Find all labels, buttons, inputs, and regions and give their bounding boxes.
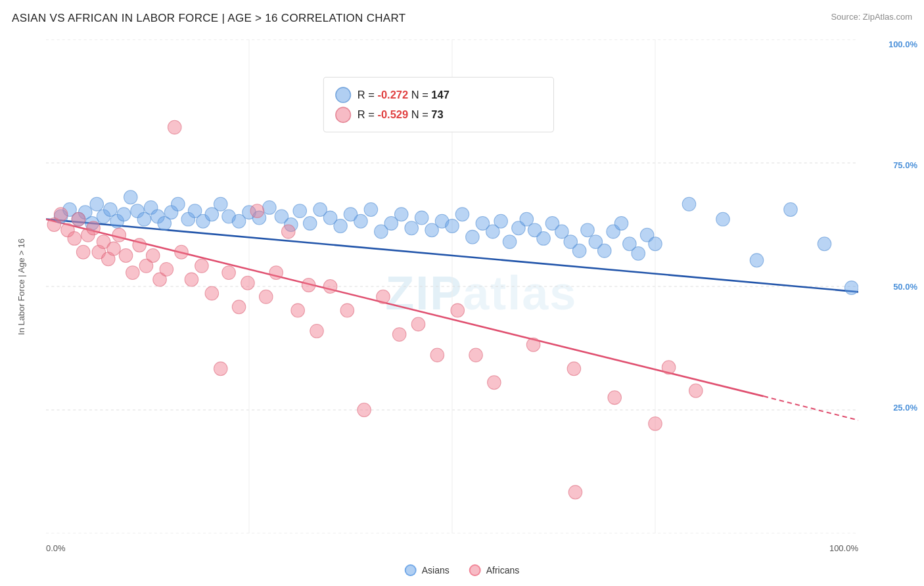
x-tick-0: 0.0% bbox=[46, 543, 66, 553]
svg-point-81 bbox=[716, 212, 730, 226]
svg-point-118 bbox=[281, 225, 295, 238]
svg-point-122 bbox=[323, 280, 337, 294]
svg-point-98 bbox=[112, 228, 126, 242]
svg-rect-139 bbox=[323, 77, 553, 132]
legend-dot-pink bbox=[469, 564, 481, 576]
svg-point-117 bbox=[269, 266, 283, 280]
svg-point-137 bbox=[568, 485, 582, 499]
svg-point-135 bbox=[649, 417, 662, 430]
legend: Asians Africans bbox=[405, 564, 520, 576]
svg-point-108 bbox=[185, 273, 198, 286]
svg-point-134 bbox=[608, 391, 622, 405]
svg-rect-140 bbox=[336, 87, 351, 102]
svg-point-116 bbox=[259, 290, 273, 304]
x-tick-labels: 0.0% 100.0% bbox=[46, 543, 858, 553]
svg-point-85 bbox=[844, 281, 858, 295]
svg-point-99 bbox=[119, 249, 133, 263]
svg-point-80 bbox=[682, 197, 696, 211]
legend-africans-label: Africans bbox=[486, 565, 520, 575]
svg-point-105 bbox=[160, 262, 173, 276]
svg-point-56 bbox=[446, 219, 459, 233]
svg-point-121 bbox=[310, 324, 324, 338]
svg-point-112 bbox=[222, 266, 236, 280]
x-tick-100: 100.0% bbox=[829, 543, 858, 553]
svg-point-71 bbox=[581, 223, 595, 237]
svg-point-100 bbox=[126, 266, 140, 280]
svg-point-136 bbox=[662, 361, 676, 374]
chart-svg: R = -0.272 N = 147 R = -0.529 N = 73 bbox=[46, 39, 858, 533]
svg-point-70 bbox=[572, 244, 586, 258]
svg-line-10 bbox=[764, 396, 858, 420]
svg-text:R = -0.529   N = 73: R = -0.529 N = 73 bbox=[358, 108, 444, 121]
svg-point-48 bbox=[364, 203, 378, 217]
svg-point-21 bbox=[124, 191, 137, 204]
y-tick-75: 75.0% bbox=[871, 160, 917, 170]
svg-point-130 bbox=[469, 348, 483, 362]
source-label: Source: ZipAtlas.com bbox=[831, 12, 912, 22]
svg-point-120 bbox=[302, 278, 315, 292]
svg-point-75 bbox=[614, 216, 628, 230]
svg-point-53 bbox=[415, 211, 428, 225]
svg-point-87 bbox=[54, 208, 68, 221]
svg-point-47 bbox=[354, 214, 368, 228]
svg-point-133 bbox=[567, 362, 581, 376]
y-tick-labels: 100.0% 75.0% 50.0% 25.0% 0% bbox=[871, 39, 917, 533]
svg-point-83 bbox=[784, 203, 798, 217]
svg-point-132 bbox=[526, 338, 540, 351]
svg-point-84 bbox=[818, 237, 831, 251]
svg-point-138 bbox=[689, 384, 703, 397]
svg-text:R = -0.272   N = 147: R = -0.272 N = 147 bbox=[358, 89, 450, 101]
legend-asians-label: Asians bbox=[422, 565, 450, 575]
y-tick-100: 100.0% bbox=[871, 39, 917, 49]
legend-asians: Asians bbox=[405, 564, 450, 576]
svg-point-125 bbox=[377, 290, 390, 304]
svg-point-41 bbox=[293, 204, 307, 218]
svg-point-103 bbox=[146, 249, 160, 263]
svg-point-110 bbox=[205, 286, 219, 300]
y-tick-25: 25.0% bbox=[871, 403, 917, 413]
y-tick-50: 50.0% bbox=[871, 282, 917, 292]
chart-container: ASIAN VS AFRICAN IN LABOR FORCE | AGE > … bbox=[0, 0, 924, 586]
svg-point-101 bbox=[133, 238, 147, 252]
svg-point-107 bbox=[175, 245, 189, 259]
svg-point-129 bbox=[451, 304, 465, 317]
svg-point-33 bbox=[214, 197, 227, 211]
svg-point-90 bbox=[72, 212, 85, 226]
svg-point-38 bbox=[263, 200, 277, 214]
svg-point-114 bbox=[241, 276, 255, 290]
svg-point-16 bbox=[90, 197, 104, 211]
svg-point-82 bbox=[750, 254, 764, 267]
svg-point-52 bbox=[405, 221, 419, 235]
svg-point-66 bbox=[537, 231, 551, 245]
svg-point-91 bbox=[76, 245, 90, 259]
legend-africans: Africans bbox=[469, 564, 520, 576]
svg-point-126 bbox=[392, 328, 406, 342]
svg-point-77 bbox=[632, 246, 645, 260]
svg-point-57 bbox=[455, 208, 469, 221]
svg-point-61 bbox=[494, 214, 508, 228]
svg-point-127 bbox=[411, 317, 425, 331]
svg-point-89 bbox=[68, 231, 81, 245]
svg-point-28 bbox=[172, 197, 185, 211]
svg-point-111 bbox=[214, 362, 227, 376]
svg-point-128 bbox=[430, 348, 444, 362]
svg-point-123 bbox=[340, 304, 354, 317]
svg-point-97 bbox=[107, 242, 121, 256]
svg-point-131 bbox=[488, 376, 501, 390]
svg-point-62 bbox=[503, 235, 517, 249]
y-axis-label-text: In Labor Force | Age > 16 bbox=[16, 238, 26, 335]
svg-point-115 bbox=[250, 204, 264, 218]
y-axis-label: In Labor Force | Age > 16 bbox=[0, 39, 43, 533]
svg-point-20 bbox=[117, 208, 131, 221]
svg-point-113 bbox=[232, 300, 246, 314]
svg-point-79 bbox=[649, 237, 662, 251]
svg-point-45 bbox=[334, 219, 348, 233]
svg-point-58 bbox=[466, 230, 480, 244]
svg-point-124 bbox=[358, 403, 371, 417]
legend-dot-blue bbox=[405, 564, 417, 576]
svg-point-42 bbox=[303, 216, 317, 230]
svg-point-51 bbox=[394, 208, 408, 221]
svg-point-109 bbox=[195, 259, 209, 273]
svg-point-106 bbox=[168, 120, 181, 134]
svg-point-73 bbox=[597, 244, 611, 258]
